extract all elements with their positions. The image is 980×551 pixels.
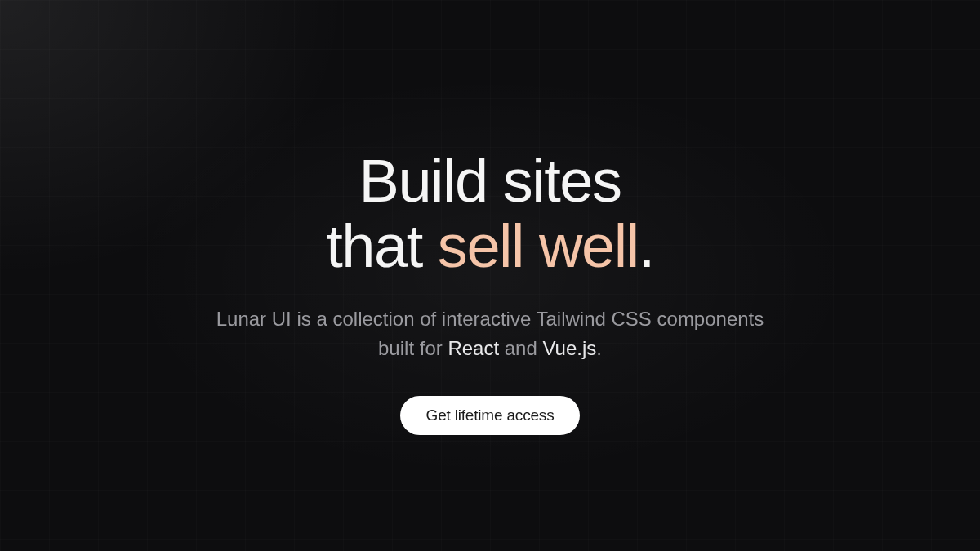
subheadline-text-suffix: . <box>596 337 602 359</box>
hero-headline: Build sites that sell well. <box>326 149 653 279</box>
get-lifetime-access-button[interactable]: Get lifetime access <box>400 396 581 435</box>
headline-line-1: Build sites <box>359 147 621 215</box>
subheadline-vuejs: Vue.js <box>542 337 596 359</box>
hero-subheadline: Lunar UI is a collection of interactive … <box>196 304 784 363</box>
headline-line-2-suffix: . <box>639 212 654 280</box>
subheadline-text-mid: and <box>499 337 542 359</box>
hero-section: Build sites that sell well. Lunar UI is … <box>0 0 980 551</box>
subheadline-react: React <box>448 337 499 359</box>
headline-line-2-prefix: that <box>326 212 438 280</box>
headline-accent-text: sell well <box>438 212 639 280</box>
